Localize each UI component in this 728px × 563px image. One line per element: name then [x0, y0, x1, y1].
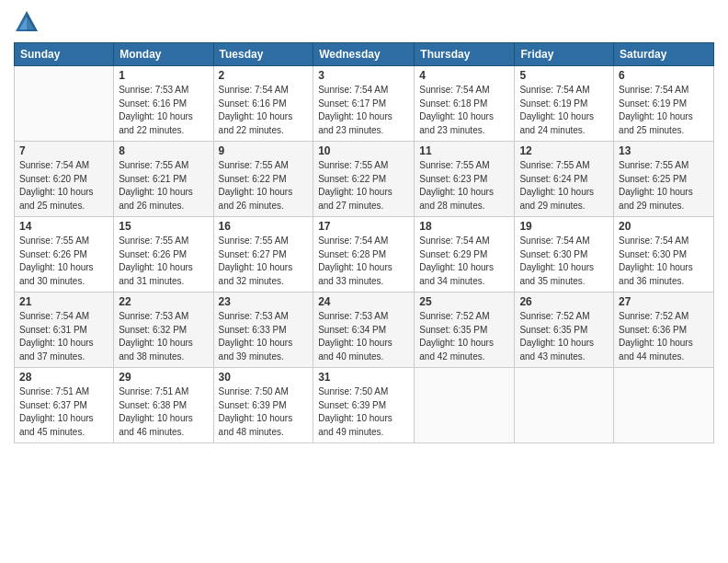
calendar-cell: 10Sunrise: 7:55 AM Sunset: 6:22 PM Dayli… — [313, 142, 415, 217]
day-info: Sunrise: 7:55 AM Sunset: 6:22 PM Dayligh… — [318, 159, 409, 213]
calendar-cell: 8Sunrise: 7:55 AM Sunset: 6:21 PM Daylig… — [114, 142, 213, 217]
calendar-cell: 26Sunrise: 7:52 AM Sunset: 6:35 PM Dayli… — [515, 293, 614, 368]
calendar-week-row: 7Sunrise: 7:54 AM Sunset: 6:20 PM Daylig… — [15, 142, 714, 217]
calendar-weekday-header: Thursday — [415, 43, 515, 66]
calendar-cell: 9Sunrise: 7:55 AM Sunset: 6:22 PM Daylig… — [213, 142, 313, 217]
calendar-cell: 11Sunrise: 7:55 AM Sunset: 6:23 PM Dayli… — [415, 142, 515, 217]
day-info: Sunrise: 7:54 AM Sunset: 6:30 PM Dayligh… — [519, 235, 609, 288]
calendar-cell: 23Sunrise: 7:53 AM Sunset: 6:33 PM Dayli… — [213, 293, 313, 368]
day-number: 25 — [419, 295, 509, 308]
calendar-cell — [515, 368, 614, 443]
day-info: Sunrise: 7:50 AM Sunset: 6:39 PM Dayligh… — [318, 385, 409, 439]
day-number: 7 — [19, 144, 108, 157]
calendar-cell — [614, 368, 714, 443]
calendar-weekday-header: Tuesday — [213, 43, 313, 66]
calendar-weekday-header: Friday — [515, 43, 614, 66]
page-header — [14, 9, 714, 35]
day-info: Sunrise: 7:55 AM Sunset: 6:27 PM Dayligh… — [219, 235, 309, 288]
day-number: 22 — [119, 295, 208, 308]
calendar-cell: 25Sunrise: 7:52 AM Sunset: 6:35 PM Dayli… — [415, 293, 515, 368]
day-number: 20 — [619, 220, 709, 233]
day-info: Sunrise: 7:55 AM Sunset: 6:22 PM Dayligh… — [219, 159, 309, 213]
calendar-cell: 21Sunrise: 7:54 AM Sunset: 6:31 PM Dayli… — [15, 293, 114, 368]
day-info: Sunrise: 7:50 AM Sunset: 6:39 PM Dayligh… — [219, 385, 309, 439]
calendar-cell: 18Sunrise: 7:54 AM Sunset: 6:29 PM Dayli… — [415, 217, 515, 293]
calendar-cell: 5Sunrise: 7:54 AM Sunset: 6:19 PM Daylig… — [515, 66, 614, 142]
day-info: Sunrise: 7:54 AM Sunset: 6:19 PM Dayligh… — [619, 84, 709, 137]
day-number: 9 — [219, 144, 309, 157]
day-number: 11 — [419, 144, 509, 157]
day-number: 14 — [19, 220, 108, 233]
day-number: 13 — [619, 144, 709, 157]
day-number: 12 — [519, 144, 609, 157]
calendar-cell — [415, 368, 515, 443]
calendar-cell: 30Sunrise: 7:50 AM Sunset: 6:39 PM Dayli… — [213, 368, 313, 443]
logo-icon — [14, 9, 40, 35]
day-info: Sunrise: 7:55 AM Sunset: 6:21 PM Dayligh… — [119, 159, 208, 213]
day-info: Sunrise: 7:51 AM Sunset: 6:37 PM Dayligh… — [19, 385, 108, 439]
day-number: 3 — [318, 69, 409, 82]
calendar-week-row: 28Sunrise: 7:51 AM Sunset: 6:37 PM Dayli… — [15, 368, 714, 443]
day-info: Sunrise: 7:54 AM Sunset: 6:17 PM Dayligh… — [318, 84, 409, 137]
calendar-cell: 31Sunrise: 7:50 AM Sunset: 6:39 PM Dayli… — [313, 368, 415, 443]
day-info: Sunrise: 7:54 AM Sunset: 6:31 PM Dayligh… — [19, 310, 108, 363]
calendar-header-row: SundayMondayTuesdayWednesdayThursdayFrid… — [15, 43, 714, 66]
day-info: Sunrise: 7:54 AM Sunset: 6:30 PM Dayligh… — [619, 235, 709, 288]
logo — [14, 9, 43, 35]
calendar-cell — [15, 66, 114, 142]
calendar-cell: 4Sunrise: 7:54 AM Sunset: 6:18 PM Daylig… — [415, 66, 515, 142]
day-info: Sunrise: 7:55 AM Sunset: 6:26 PM Dayligh… — [19, 235, 108, 288]
day-info: Sunrise: 7:55 AM Sunset: 6:26 PM Dayligh… — [119, 235, 208, 288]
day-info: Sunrise: 7:54 AM Sunset: 6:20 PM Dayligh… — [19, 159, 108, 213]
day-info: Sunrise: 7:53 AM Sunset: 6:16 PM Dayligh… — [119, 84, 208, 137]
svg-marker-2 — [27, 11, 38, 31]
day-number: 27 — [619, 295, 709, 308]
calendar-cell: 17Sunrise: 7:54 AM Sunset: 6:28 PM Dayli… — [313, 217, 415, 293]
day-info: Sunrise: 7:51 AM Sunset: 6:38 PM Dayligh… — [119, 385, 208, 439]
calendar-week-row: 21Sunrise: 7:54 AM Sunset: 6:31 PM Dayli… — [15, 293, 714, 368]
calendar-cell: 28Sunrise: 7:51 AM Sunset: 6:37 PM Dayli… — [15, 368, 114, 443]
day-number: 29 — [119, 371, 208, 384]
day-number: 2 — [219, 69, 309, 82]
calendar-cell: 15Sunrise: 7:55 AM Sunset: 6:26 PM Dayli… — [114, 217, 213, 293]
day-info: Sunrise: 7:53 AM Sunset: 6:34 PM Dayligh… — [318, 310, 409, 363]
day-number: 30 — [219, 371, 309, 384]
day-number: 26 — [519, 295, 609, 308]
calendar-weekday-header: Saturday — [614, 43, 714, 66]
calendar-weekday-header: Wednesday — [313, 43, 415, 66]
day-info: Sunrise: 7:54 AM Sunset: 6:16 PM Dayligh… — [219, 84, 309, 137]
calendar-cell: 6Sunrise: 7:54 AM Sunset: 6:19 PM Daylig… — [614, 66, 714, 142]
calendar-cell: 12Sunrise: 7:55 AM Sunset: 6:24 PM Dayli… — [515, 142, 614, 217]
day-number: 5 — [519, 69, 609, 82]
day-number: 21 — [19, 295, 108, 308]
calendar-cell: 2Sunrise: 7:54 AM Sunset: 6:16 PM Daylig… — [213, 66, 313, 142]
day-number: 28 — [19, 371, 108, 384]
calendar-cell: 24Sunrise: 7:53 AM Sunset: 6:34 PM Dayli… — [313, 293, 415, 368]
day-info: Sunrise: 7:55 AM Sunset: 6:23 PM Dayligh… — [419, 159, 509, 213]
day-number: 10 — [318, 144, 409, 157]
calendar-cell: 16Sunrise: 7:55 AM Sunset: 6:27 PM Dayli… — [213, 217, 313, 293]
day-number: 15 — [119, 220, 208, 233]
calendar-cell: 29Sunrise: 7:51 AM Sunset: 6:38 PM Dayli… — [114, 368, 213, 443]
day-info: Sunrise: 7:54 AM Sunset: 6:29 PM Dayligh… — [419, 235, 509, 288]
calendar-table: SundayMondayTuesdayWednesdayThursdayFrid… — [14, 42, 714, 443]
day-info: Sunrise: 7:54 AM Sunset: 6:18 PM Dayligh… — [419, 84, 509, 137]
calendar-cell: 3Sunrise: 7:54 AM Sunset: 6:17 PM Daylig… — [313, 66, 415, 142]
day-info: Sunrise: 7:52 AM Sunset: 6:35 PM Dayligh… — [419, 310, 509, 363]
calendar-cell: 7Sunrise: 7:54 AM Sunset: 6:20 PM Daylig… — [15, 142, 114, 217]
day-number: 16 — [219, 220, 309, 233]
calendar-week-row: 14Sunrise: 7:55 AM Sunset: 6:26 PM Dayli… — [15, 217, 714, 293]
calendar-cell: 22Sunrise: 7:53 AM Sunset: 6:32 PM Dayli… — [114, 293, 213, 368]
day-number: 6 — [619, 69, 709, 82]
calendar-cell: 20Sunrise: 7:54 AM Sunset: 6:30 PM Dayli… — [614, 217, 714, 293]
day-info: Sunrise: 7:53 AM Sunset: 6:33 PM Dayligh… — [219, 310, 309, 363]
calendar-weekday-header: Monday — [114, 43, 213, 66]
day-number: 4 — [419, 69, 509, 82]
day-number: 19 — [519, 220, 609, 233]
calendar-week-row: 1Sunrise: 7:53 AM Sunset: 6:16 PM Daylig… — [15, 66, 714, 142]
day-number: 31 — [318, 371, 409, 384]
calendar-cell: 13Sunrise: 7:55 AM Sunset: 6:25 PM Dayli… — [614, 142, 714, 217]
day-number: 18 — [419, 220, 509, 233]
calendar-cell: 14Sunrise: 7:55 AM Sunset: 6:26 PM Dayli… — [15, 217, 114, 293]
day-info: Sunrise: 7:55 AM Sunset: 6:25 PM Dayligh… — [619, 159, 709, 213]
